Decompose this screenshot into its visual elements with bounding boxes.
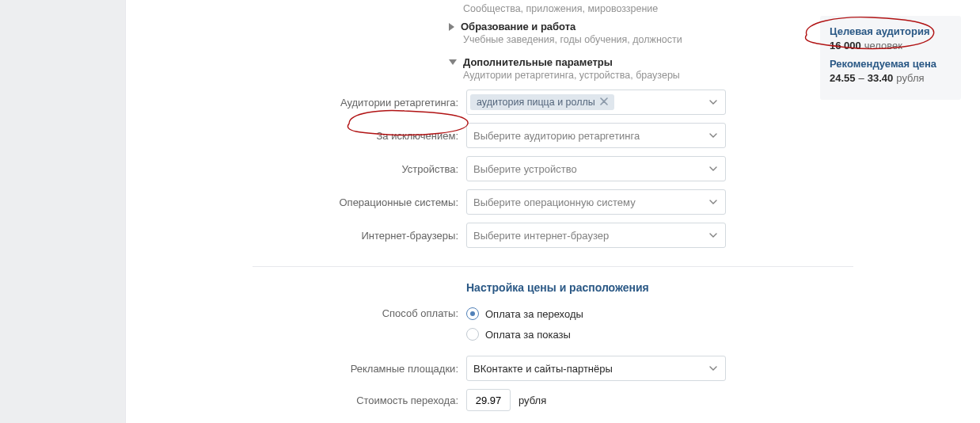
row-cpc: Стоимость перехода: рубля xyxy=(126,385,980,415)
price-header: Рекомендуемая цена xyxy=(830,56,952,71)
placements-value: ВКонтакте и сайты-партнёры xyxy=(473,363,613,375)
placements-select[interactable]: ВКонтакте и сайты-партнёры xyxy=(466,356,726,381)
radio-pay-impressions[interactable]: Оплата за показы xyxy=(466,328,726,341)
label-os: Операционные системы: xyxy=(126,196,466,208)
exclude-placeholder: Выберите аудиторию ретаргетинга xyxy=(473,130,640,142)
tag-remove-icon[interactable] xyxy=(600,97,610,107)
cpc-unit: рубля xyxy=(518,394,546,406)
left-gutter xyxy=(0,0,125,423)
row-os: Операционные системы: Выберите операцион… xyxy=(126,185,980,219)
browsers-select[interactable]: Выберите интернет-браузер xyxy=(466,223,726,248)
group-additional-title: Дополнительные параметры xyxy=(463,56,613,68)
radio-pay-clicks[interactable]: Оплата за переходы xyxy=(466,307,726,320)
retargeting-select[interactable]: аудитория пицца и роллы xyxy=(466,90,726,115)
label-exclude: За исключением: xyxy=(126,130,466,142)
prev-group-subtitle: Сообщества, приложения, мировоззрение xyxy=(126,0,980,14)
devices-placeholder: Выберите устройство xyxy=(473,163,577,175)
pricing-section-title: Настройка цены и расположения xyxy=(126,280,980,302)
section-divider xyxy=(253,266,853,267)
os-placeholder: Выберите операционную систему xyxy=(473,196,636,208)
chevron-down-icon xyxy=(449,59,457,65)
chevron-down-icon xyxy=(709,133,717,141)
audience-value: 16 000человек xyxy=(830,39,952,56)
chevron-down-icon xyxy=(709,233,717,241)
label-browsers: Интернет-браузеры: xyxy=(126,230,466,242)
chevron-down-icon xyxy=(709,200,717,208)
chevron-down-icon xyxy=(709,100,717,108)
browsers-placeholder: Выберите интернет-браузер xyxy=(473,230,609,242)
radio-icon xyxy=(466,307,479,320)
audience-header: Целевая аудитория xyxy=(830,24,952,39)
audience-count: 16 000 xyxy=(830,40,861,51)
chevron-down-icon xyxy=(709,166,717,174)
os-select[interactable]: Выберите операционную систему xyxy=(466,189,726,215)
price-unit: рубля xyxy=(896,72,924,84)
radio-pay-impressions-label: Оплата за показы xyxy=(485,329,571,341)
chevron-right-icon xyxy=(449,23,454,31)
label-cpc: Стоимость перехода: xyxy=(126,394,466,406)
group-education-title: Образование и работа xyxy=(461,21,575,32)
row-devices: Устройства: Выберите устройство xyxy=(126,152,980,185)
audience-sidebar: Целевая аудитория 16 000человек Рекоменд… xyxy=(820,16,961,100)
label-retargeting: Аудитории ретаргетинга: xyxy=(126,97,466,109)
label-pay-method: Способ оплаты: xyxy=(126,306,466,319)
radio-icon xyxy=(466,328,479,341)
row-pay-method: Способ оплаты: Оплата за переходы Оплата… xyxy=(126,302,980,345)
audience-unit: человек xyxy=(864,40,902,51)
main-panel: Сообщества, приложения, мировоззрение Об… xyxy=(125,0,980,423)
chevron-down-icon xyxy=(709,366,717,374)
row-browsers: Интернет-браузеры: Выберите интернет-бра… xyxy=(126,219,980,252)
row-placements: Рекламные площадки: ВКонтакте и сайты-па… xyxy=(126,345,980,385)
exclude-select[interactable]: Выберите аудиторию ретаргетинга xyxy=(466,123,726,148)
price-low: 24.55 xyxy=(830,72,856,84)
devices-select[interactable]: Выберите устройство xyxy=(466,156,726,181)
label-devices: Устройства: xyxy=(126,163,466,175)
row-exclude: За исключением: Выберите аудиторию ретар… xyxy=(126,119,980,152)
retargeting-tag: аудитория пицца и роллы xyxy=(470,94,614,110)
cpc-input[interactable] xyxy=(466,389,511,411)
price-high: 33.40 xyxy=(868,72,894,84)
price-value: 24.55–33.40рубля xyxy=(830,71,952,89)
radio-pay-clicks-label: Оплата за переходы xyxy=(485,308,583,320)
retargeting-tag-text: аудитория пицца и роллы xyxy=(477,97,595,108)
label-placements: Рекламные площадки: xyxy=(126,363,466,375)
